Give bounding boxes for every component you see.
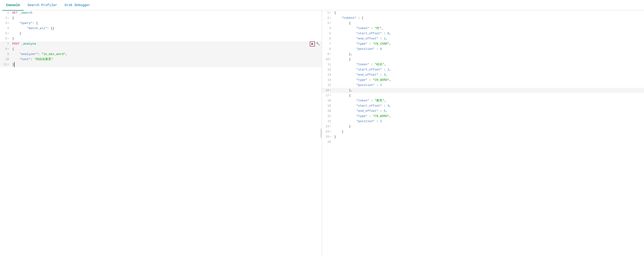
line-number: 5▾ (0, 31, 11, 36)
fold-arrow-icon[interactable]: ▾ (8, 15, 9, 21)
table-row: 12 "start_offset" : 1, (322, 67, 644, 72)
line-number: 11 (322, 62, 333, 67)
table-row: 23▾ } (322, 124, 644, 129)
table-row: 6 "end_offset" : 1, (322, 36, 644, 41)
right-panel: 1▾{2▾ "tokens" : [3▾ {4 "token" : "尚",5 … (322, 10, 644, 256)
line-number: 7 (322, 41, 333, 46)
line-content: { (333, 93, 644, 98)
line-number: 3▾ (322, 21, 333, 26)
line-content: { (11, 46, 322, 52)
line-number: 23▾ (322, 124, 333, 129)
fold-arrow-icon[interactable]: ▾ (8, 46, 9, 52)
line-number: 4 (0, 26, 11, 31)
line-content: "start_offset" : 0, (333, 31, 644, 36)
fold-arrow-icon[interactable]: ▾ (8, 31, 9, 36)
table-row: 25▾} (322, 134, 644, 140)
table-row: 26 (322, 140, 644, 145)
fold-arrow-icon[interactable]: ▾ (330, 52, 331, 57)
line-content: "token" : "尚", (333, 26, 644, 31)
fold-arrow-icon[interactable]: ▾ (330, 10, 331, 15)
line-number: 8 (322, 46, 333, 52)
line-content: "token" : "教育", (333, 98, 644, 103)
line-content: "match_all": {} (11, 26, 322, 31)
table-row: 2▾ "tokens" : [ (322, 15, 644, 21)
table-row: 22 "position" : 2 (322, 119, 644, 124)
table-row: 4 "match_all": {} (0, 26, 322, 31)
fold-arrow-icon[interactable]: ▾ (330, 129, 331, 134)
line-number: 9▾ (322, 52, 333, 57)
line-content: "start_offset" : 1, (333, 67, 644, 72)
line-number: 26 (322, 140, 333, 145)
line-content: { (333, 57, 644, 62)
table-row: 9▾ }, (322, 52, 644, 57)
line-number: 14 (322, 77, 333, 83)
line-number: 20 (322, 108, 333, 114)
run-button[interactable] (310, 41, 315, 46)
line-content: "type" : "CN_WORD", (333, 77, 644, 83)
table-row: 10▾ { (322, 57, 644, 62)
line-content: "start_offset" : 3, (333, 103, 644, 108)
line-number: 22 (322, 119, 333, 124)
line-number: 1 (0, 10, 11, 15)
table-row: 11 "token" : "硅谷", (322, 62, 644, 67)
left-code-area[interactable]: 1GET _search2▾{3▾ "query": {4 "match_all… (0, 10, 322, 256)
line-content: "end_offset" : 5, (333, 108, 644, 114)
settings-icon[interactable]: 🔧 (316, 41, 320, 46)
line-number: 2▾ (322, 15, 333, 21)
tab-grok-debugger[interactable]: Grok Debugger (61, 0, 94, 10)
line-number: 19 (322, 103, 333, 108)
fold-arrow-icon[interactable]: ▾ (330, 134, 331, 140)
fold-arrow-icon[interactable]: ▾ (330, 93, 331, 98)
line-content: "analyzer": "ik_max_word", (11, 52, 322, 57)
table-row: 4 "token" : "尚", (322, 26, 644, 31)
line-number: 4 (322, 26, 333, 31)
line-content: }, (333, 52, 644, 57)
right-code-area[interactable]: 1▾{2▾ "tokens" : [3▾ {4 "token" : "尚",5 … (322, 10, 644, 256)
line-number: 2▾ (0, 15, 11, 21)
table-row: 3▾ "query": { (0, 21, 322, 26)
tab-search-profiler[interactable]: Search Profiler (24, 0, 61, 10)
tab-console[interactable]: Console (2, 0, 24, 10)
table-row: 1▾{ (322, 10, 644, 15)
line-content: "text": "尚硅谷教育" (11, 57, 322, 62)
panel-divider[interactable] (320, 128, 322, 138)
fold-arrow-icon[interactable]: ▾ (330, 15, 331, 21)
line-content: "tokens" : [ (333, 15, 644, 21)
table-row: 3▾ { (322, 21, 644, 26)
line-number: 25▾ (322, 134, 333, 140)
line-content: "position" : 1 (333, 83, 644, 88)
fold-arrow-icon[interactable]: ▾ (330, 21, 331, 26)
table-row: 6▾} (0, 36, 322, 41)
line-content: "end_offset" : 1, (333, 36, 644, 41)
fold-arrow-icon[interactable]: ▾ (330, 57, 331, 62)
table-row: 7 "type" : "CN_CHAR", (322, 41, 644, 46)
table-row: 1GET _search (0, 10, 322, 15)
line-number: 18 (322, 98, 333, 103)
table-row: 19 "start_offset" : 3, (322, 103, 644, 108)
table-row: 17▾ { (322, 93, 644, 98)
line-content: } (11, 62, 322, 67)
line-number: 12 (322, 67, 333, 72)
fold-arrow-icon[interactable]: ▾ (8, 62, 9, 67)
fold-arrow-icon[interactable]: ▾ (8, 36, 9, 41)
line-number: 5 (322, 31, 333, 36)
table-row: 13 "end_offset" : 3, (322, 72, 644, 77)
line-number: 24▾ (322, 129, 333, 134)
table-row: 11▾} (0, 62, 322, 67)
line-number: 10 (0, 57, 11, 62)
line-content: } (11, 31, 322, 36)
line-content: "position" : 2 (333, 119, 644, 124)
fold-arrow-icon[interactable]: ▾ (8, 21, 9, 26)
fold-arrow-icon[interactable]: ▾ (330, 124, 331, 129)
left-panel: 1GET _search2▾{3▾ "query": {4 "match_all… (0, 10, 322, 256)
table-row: 7POST _analyze🔧 (0, 41, 322, 46)
line-content: "token" : "硅谷", (333, 62, 644, 67)
line-content: "type" : "CN_WORD", (333, 114, 644, 119)
line-content: } (11, 36, 322, 41)
line-number: 9 (0, 52, 11, 57)
table-row: 15 "position" : 1 (322, 83, 644, 88)
line-number: 13 (322, 72, 333, 77)
line-number: 10▾ (322, 57, 333, 62)
fold-arrow-icon[interactable]: ▾ (330, 88, 331, 93)
line-content: "position" : 0 (333, 46, 644, 52)
